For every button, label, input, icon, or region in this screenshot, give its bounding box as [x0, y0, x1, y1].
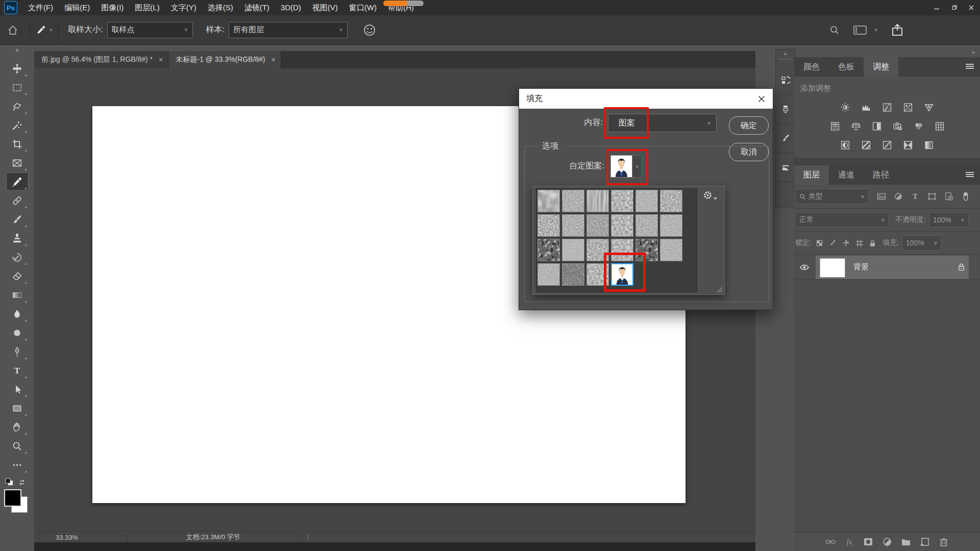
curves-icon[interactable]	[881, 102, 893, 113]
status-chevron[interactable]: 〉	[299, 533, 313, 542]
adjustments-tab-调整[interactable]: 调整	[864, 57, 898, 77]
dock-gripper[interactable]	[779, 59, 792, 64]
adjustment-layer-filter-icon[interactable]	[894, 192, 903, 201]
eyedropper-tool[interactable]	[6, 172, 29, 191]
search-icon[interactable]	[829, 24, 840, 36]
group-icon[interactable]	[901, 537, 911, 547]
pattern-tile[interactable]	[537, 263, 560, 286]
pattern-settings-gear-icon[interactable]	[703, 190, 717, 200]
smiley-icon[interactable]	[363, 23, 376, 37]
pattern-tile[interactable]	[660, 190, 682, 212]
lock-transparent-icon[interactable]	[816, 239, 823, 247]
black-white-icon[interactable]	[871, 120, 883, 132]
layers-tab-图层[interactable]: 图层	[794, 165, 829, 185]
home-icon[interactable]	[7, 24, 24, 36]
document-tab-2[interactable]: 未标题-1 @ 33.3%(RGB/8#)×	[168, 51, 281, 68]
brushes-panel-icon[interactable]	[776, 124, 795, 153]
smart-object-filter-icon[interactable]	[944, 192, 953, 201]
pattern-tile[interactable]	[660, 214, 682, 237]
pattern-tile[interactable]	[586, 214, 609, 237]
selective-color-icon[interactable]	[923, 139, 935, 151]
pattern-tile[interactable]	[635, 239, 658, 261]
default-colors-icon[interactable]	[5, 478, 14, 486]
panels-collapse-chevrons[interactable]: »	[794, 49, 980, 57]
threshold-icon[interactable]	[881, 139, 893, 151]
path-select-tool[interactable]	[6, 380, 29, 398]
pattern-tile[interactable]	[537, 214, 560, 237]
share-icon[interactable]	[891, 23, 903, 37]
color-lookup-icon[interactable]	[934, 120, 946, 132]
vibrance-icon[interactable]	[923, 102, 935, 113]
workspace-switcher-icon[interactable]: ∨	[853, 25, 878, 35]
layer-name[interactable]: 背景	[853, 262, 869, 272]
pattern-tile[interactable]	[635, 214, 658, 237]
pattern-tile[interactable]	[537, 239, 560, 261]
crop-tool[interactable]	[6, 135, 29, 153]
gradients-panel-icon[interactable]	[776, 153, 795, 182]
zoom-level[interactable]: 33.33%	[34, 534, 128, 541]
channel-mixer-icon[interactable]	[913, 120, 925, 132]
adjustments-tab-颜色[interactable]: 颜色	[794, 57, 829, 77]
layer-filter-dropdown[interactable]: 类型 ∨	[795, 189, 869, 204]
delete-icon[interactable]	[939, 537, 949, 547]
blend-mode-dropdown[interactable]: 正常∨	[795, 212, 889, 228]
layers-tab-路径[interactable]: 路径	[864, 165, 898, 185]
exposure-icon[interactable]	[902, 102, 914, 113]
custom-pattern-picker[interactable]: ∨	[610, 155, 642, 178]
menu-window[interactable]: 窗口(W)	[344, 0, 382, 15]
filter-toggle-icon[interactable]	[961, 192, 970, 201]
document-tab-1[interactable]: 前.jpg @ 56.4% (图层 1, RGB/8#) *×	[34, 51, 168, 68]
menu-type[interactable]: 文字(Y)	[165, 0, 202, 15]
tab-close-icon[interactable]: ×	[159, 56, 163, 64]
custom-pattern-chevron[interactable]: ∨	[632, 155, 642, 178]
layer-lock-icon[interactable]	[957, 262, 966, 271]
eyedropper-tool-preset[interactable]: ∨	[35, 24, 53, 36]
more-tool[interactable]	[6, 456, 29, 474]
layers-tab-通道[interactable]: 通道	[829, 165, 864, 185]
marquee-tool[interactable]	[6, 78, 29, 96]
type-layer-filter-icon[interactable]: T	[911, 192, 920, 201]
opacity-field[interactable]: 100%∨	[929, 212, 969, 228]
menu-edit[interactable]: 编辑(E)	[59, 0, 95, 15]
menu-layer[interactable]: 图层(L)	[129, 0, 165, 15]
levels-icon[interactable]	[860, 102, 872, 113]
lock-artboard-icon[interactable]	[855, 239, 863, 247]
blur-tool[interactable]	[6, 305, 29, 323]
lock-all-icon[interactable]	[869, 239, 876, 247]
brush-tool[interactable]	[6, 210, 29, 229]
pattern-tile-portrait[interactable]	[611, 263, 633, 286]
menu-3d[interactable]: 3D(D)	[275, 0, 307, 15]
frame-tool[interactable]	[6, 154, 29, 172]
pattern-tile[interactable]	[562, 239, 584, 261]
pattern-tile[interactable]	[611, 190, 633, 212]
pixel-layer-filter-icon[interactable]	[877, 192, 886, 201]
pen-tool[interactable]	[6, 342, 29, 361]
swap-colors-icon[interactable]	[18, 479, 27, 486]
fill-field[interactable]: 100%∨	[902, 235, 942, 251]
gradient-map-icon[interactable]	[902, 139, 914, 151]
ok-button[interactable]: 确定	[729, 116, 769, 135]
visibility-eye-icon[interactable]	[799, 262, 810, 272]
healing-brush-tool[interactable]	[6, 191, 29, 210]
photo-filter-icon[interactable]	[892, 120, 904, 132]
menu-help[interactable]: 帮助(H)	[382, 0, 420, 15]
pattern-tile[interactable]	[586, 263, 609, 286]
history-brush-tool[interactable]	[6, 248, 29, 266]
menu-image[interactable]: 图像(I)	[95, 0, 129, 15]
pattern-tile[interactable]	[635, 190, 658, 212]
dock-collapse-chevrons[interactable]: «	[776, 49, 795, 57]
pattern-tile[interactable]	[660, 239, 682, 261]
dodge-tool[interactable]	[6, 323, 29, 342]
adjustment-icon[interactable]	[882, 537, 892, 547]
sample-dropdown[interactable]: 所有图层 ∨	[229, 22, 348, 38]
fill-dialog-close-icon[interactable]	[750, 89, 773, 109]
color-balance-icon[interactable]	[850, 120, 862, 132]
menu-file[interactable]: 文件(F)	[22, 0, 59, 15]
menu-select[interactable]: 选择(S)	[202, 0, 239, 15]
tab-close-icon[interactable]: ×	[272, 56, 276, 64]
invert-icon[interactable]	[839, 139, 851, 151]
resize-grip[interactable]	[715, 286, 722, 292]
magic-wand-tool[interactable]	[6, 116, 29, 134]
lock-paint-icon[interactable]	[829, 239, 837, 247]
eraser-tool[interactable]	[6, 267, 29, 285]
